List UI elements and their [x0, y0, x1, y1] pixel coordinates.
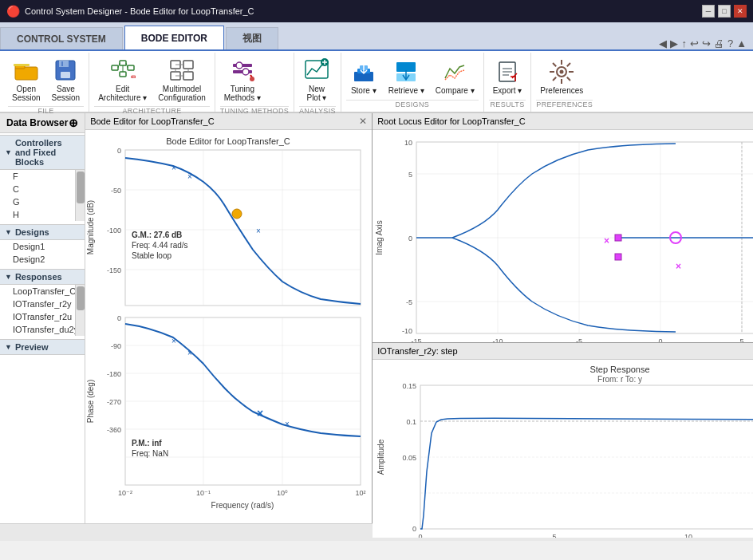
main-area: Data Browser ⊕ ▼ Controllers and Fixed B… — [0, 113, 753, 523]
step-panel-title: IOTransfer_r2y: step — [377, 346, 457, 356]
svg-rect-120 — [615, 235, 621, 241]
scrollbar-responses[interactable] — [75, 285, 85, 336]
svg-rect-9 — [128, 65, 134, 70]
store-button[interactable]: Store ▾ — [346, 56, 381, 97]
responses-header[interactable]: ▼ Responses — [0, 269, 85, 285]
svg-text:-50: -50 — [111, 187, 121, 195]
compare-icon — [441, 58, 468, 85]
sidebar-item[interactable]: G — [0, 195, 85, 208]
svg-text:-10: -10 — [493, 337, 503, 342]
svg-rect-5 — [61, 72, 70, 78]
svg-text:Bode Editor for LoopTransfer_C: Bode Editor for LoopTransfer_C — [166, 136, 290, 146]
new-plot-button[interactable]: NewPlot ▾ — [299, 54, 334, 105]
compare-button[interactable]: Compare ▾ — [432, 56, 479, 97]
step-chart: Step Response From: r To: y 0.15 0.1 0.0… — [373, 360, 753, 538]
export-icon — [494, 58, 521, 85]
svg-line-44 — [512, 73, 517, 78]
svg-text:-180: -180 — [107, 370, 121, 378]
svg-text:-15: -15 — [412, 337, 422, 342]
preferences-button[interactable]: Preferences — [536, 56, 587, 97]
sidebar-title: Data Browser — [6, 117, 68, 128]
maximize-button[interactable]: □ — [718, 5, 731, 18]
designs-header[interactable]: ▼ Designs — [0, 224, 85, 240]
toolbar-icons-right: ◀ ▶ ↑ ↩ ↪ 🖨 ? ▲ — [652, 37, 753, 49]
responses-items-container: LoopTransfer_C IOTransfer_r2y IOTransfer… — [0, 285, 85, 336]
quick-access-icon[interactable]: ↑ — [681, 37, 687, 49]
tuning-methods-button[interactable]: TuningMethods ▾ — [220, 54, 265, 105]
designs-section-label: DESIGNS — [346, 100, 479, 110]
svg-text:0: 0 — [117, 147, 121, 155]
results-buttons: Export ▾ — [489, 54, 526, 98]
svg-text:0.15: 0.15 — [403, 382, 417, 390]
retrieve-button[interactable]: Retrieve ▾ — [384, 56, 428, 97]
root-locus-panel: Root Locus Editor for LoopTransfer_C ✕ — [373, 113, 753, 343]
minimize-button[interactable]: ─ — [702, 5, 715, 18]
preview-header[interactable]: ▼ Preview — [0, 339, 85, 355]
svg-text:0.1: 0.1 — [407, 418, 417, 426]
undo-icon[interactable]: ↩ — [690, 37, 699, 49]
title-bar-left: 🔴 Control System Designer - Bode Editor … — [6, 5, 254, 18]
controllers-label: Controllers and Fixed Blocks — [15, 138, 80, 167]
window-title: Control System Designer - Bode Editor fo… — [25, 6, 254, 16]
edit-architecture-icon: ✏ — [109, 57, 136, 84]
sidebar-item[interactable]: Design1 — [0, 240, 85, 253]
svg-text:-5: -5 — [576, 337, 582, 342]
tab-control-system[interactable]: CONTROL SYSTEM — [0, 27, 123, 49]
svg-text:Freq: NaN: Freq: NaN — [132, 449, 168, 458]
tab-bode-editor-label: BODE EDITOR — [141, 33, 207, 44]
tab-bode-editor[interactable]: BODE EDITOR — [124, 26, 224, 49]
redo-icon[interactable]: ↪ — [702, 37, 711, 49]
sidebar-item[interactable]: IOTransfer_r2u — [0, 310, 85, 323]
svg-text:G.M.: 27.6 dB: G.M.: 27.6 dB — [132, 231, 182, 239]
svg-text:From: r  To: y: From: r To: y — [597, 375, 642, 384]
edit-architecture-button[interactable]: ✏ EditArchitecture ▾ — [94, 54, 151, 105]
svg-text:-360: -360 — [107, 426, 121, 434]
section-preview: ▼ Preview — [0, 337, 85, 357]
svg-text:-10: -10 — [402, 327, 412, 335]
export-button[interactable]: Export ▾ — [489, 56, 526, 97]
svg-rect-7 — [112, 65, 118, 70]
sidebar-item[interactable]: C — [0, 183, 85, 195]
sidebar-item[interactable]: Design2 — [0, 253, 85, 266]
open-session-button[interactable]: OpenSession — [8, 54, 45, 105]
tab-view[interactable]: 视图 — [226, 27, 278, 49]
svg-text:×: × — [257, 407, 263, 420]
svg-text:10: 10 — [404, 139, 412, 147]
svg-rect-16 — [183, 61, 193, 69]
rl-panel-title: Root Locus Editor for LoopTransfer_C — [377, 116, 525, 126]
close-button[interactable]: ✕ — [734, 5, 747, 18]
tuning-icon — [229, 57, 256, 84]
nav-back-icon[interactable]: ◀ — [659, 37, 667, 49]
svg-rect-121 — [615, 254, 621, 260]
ribbon: OpenSession SaveSession FILE — [0, 51, 753, 113]
svg-point-46 — [560, 69, 564, 73]
folder-icon — [13, 57, 40, 84]
sidebar-item[interactable]: IOTransfer_r2y — [0, 298, 85, 310]
designs-section-label: Designs — [15, 227, 49, 237]
sidebar-item[interactable]: H — [0, 208, 85, 221]
print-icon[interactable]: 🖨 — [714, 37, 724, 49]
file-buttons: OpenSession SaveSession — [8, 54, 84, 105]
svg-rect-6 — [61, 61, 63, 66]
svg-text:×: × — [604, 235, 609, 246]
sidebar-options-icon[interactable]: ⊕ — [69, 116, 78, 129]
svg-text:✏: ✏ — [131, 73, 136, 81]
svg-text:Stable loop: Stable loop — [132, 251, 171, 260]
tab-bar: CONTROL SYSTEM BODE EDITOR 视图 ◀ ▶ ↑ ↩ ↪ … — [0, 22, 753, 51]
bode-close-icon[interactable]: ✕ — [359, 116, 367, 127]
save-session-button[interactable]: SaveSession — [48, 54, 85, 105]
svg-point-25 — [236, 62, 242, 69]
controllers-header[interactable]: ▼ Controllers and Fixed Blocks — [0, 135, 85, 170]
sidebar-item[interactable]: F — [0, 170, 85, 183]
svg-rect-18 — [183, 72, 193, 80]
tuning-buttons: TuningMethods ▾ — [220, 54, 289, 105]
multimodel-config-button[interactable]: MultimodelConfiguration — [154, 54, 209, 105]
sidebar-item[interactable]: IOTransfer_du2y — [0, 323, 85, 336]
nav-forward-icon[interactable]: ▶ — [670, 37, 678, 49]
collapse-ribbon-icon[interactable]: ▲ — [736, 37, 747, 49]
scrollbar-controllers[interactable] — [75, 170, 85, 221]
svg-text:10: 10 — [684, 533, 692, 538]
help-icon[interactable]: ? — [727, 37, 733, 49]
svg-text:Phase (deg): Phase (deg) — [86, 380, 95, 423]
sidebar-item[interactable]: LoopTransfer_C — [0, 285, 85, 298]
